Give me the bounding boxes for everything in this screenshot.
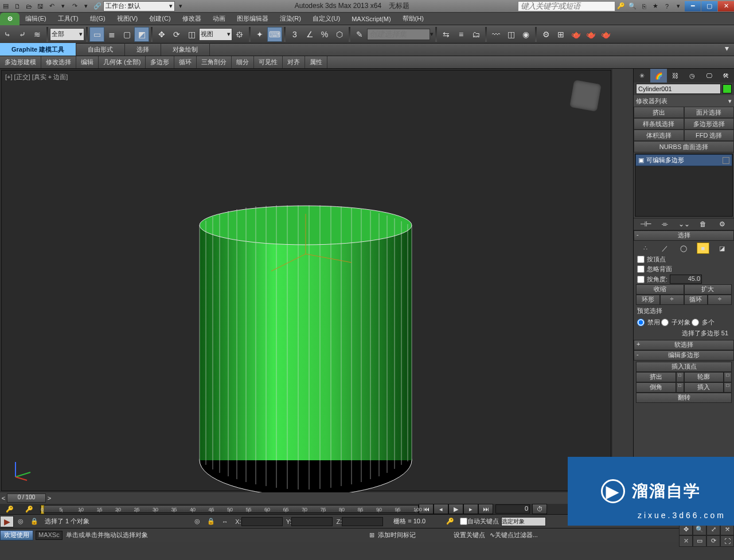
btn-shrink[interactable]: 收缩 — [636, 284, 684, 295]
keyfilter-selector[interactable]: 选定对象 — [501, 517, 546, 526]
render-frame-icon[interactable]: ⊞ — [553, 27, 568, 42]
mod-nurbssel[interactable]: NURBS 曲面选择 — [634, 141, 734, 152]
undo-icon[interactable]: ↶ — [46, 1, 57, 11]
close-button[interactable]: ✕ — [718, 1, 734, 11]
strip-edit[interactable]: 编辑 — [76, 56, 99, 68]
undo-dd-icon[interactable]: ▾ — [58, 1, 68, 11]
select-object-icon[interactable]: ▭ — [89, 27, 104, 42]
coord-y-input[interactable] — [291, 517, 333, 526]
rollout-softsel[interactable]: +软选择 — [634, 340, 734, 350]
tab-motion-icon[interactable]: ◷ — [684, 69, 701, 83]
mod-polysel[interactable]: 多边形选择 — [684, 118, 735, 130]
play-icon[interactable]: ▶ — [448, 504, 463, 514]
window-crossing-icon[interactable]: ◩ — [134, 27, 149, 42]
btn-ep-outline[interactable]: 轮廓 — [684, 372, 724, 382]
chk-ignore-back[interactable] — [637, 265, 645, 273]
so-vertex-icon[interactable]: ∴ — [639, 242, 652, 254]
menu-customize[interactable]: 自定义(U) — [307, 14, 346, 23]
favorites-icon[interactable]: ★ — [650, 1, 661, 11]
btn-ep-flip[interactable]: 翻转 — [636, 393, 732, 403]
render-setup-icon[interactable]: ⚙ — [538, 27, 553, 42]
strip-tri[interactable]: 三角剖分 — [197, 56, 232, 68]
tab-hierarchy-icon[interactable]: ⛓ — [667, 69, 684, 83]
menu-edit[interactable]: 编辑(E) — [19, 14, 52, 23]
maximize-button[interactable]: ▢ — [701, 1, 717, 11]
coord-x-input[interactable] — [241, 517, 283, 526]
new-icon[interactable]: 🗋 — [12, 1, 22, 11]
render-icon[interactable]: 🫖 — [568, 27, 583, 42]
btn-ep-inset[interactable]: 插入 — [684, 382, 724, 393]
btn-grow[interactable]: 扩大 — [684, 284, 732, 295]
menu-group[interactable]: 组(G) — [84, 14, 111, 23]
nav-maximize-icon[interactable]: ⛶ — [720, 535, 734, 547]
unlink-icon[interactable]: ⤶ — [15, 27, 30, 42]
menu-create[interactable]: 创建(C) — [143, 14, 176, 23]
so-edge-icon[interactable]: ／ — [658, 242, 671, 254]
named-sel-edit-icon[interactable]: ✎ — [352, 27, 367, 42]
make-unique-icon[interactable]: ⌄⌄ — [674, 220, 693, 228]
modifier-stack[interactable]: ▣可编辑多边形 — [635, 154, 733, 217]
manipulate-icon[interactable]: ✦ — [252, 27, 267, 42]
prev-frame-icon[interactable]: ◂ — [434, 504, 448, 514]
app-icon[interactable]: ⊝ — [0, 13, 19, 25]
tab-create-icon[interactable]: ✳ — [634, 69, 650, 83]
menu-modifiers[interactable]: 修改器 — [177, 14, 207, 23]
time-slider-button[interactable]: 0 / 100 — [7, 494, 46, 503]
tab-freeform[interactable]: 自由形式 — [76, 43, 125, 56]
viewcube[interactable] — [569, 80, 602, 112]
strip-loop[interactable]: 循环 — [174, 56, 197, 68]
trackbar-filter-icon[interactable]: 🔑 — [19, 504, 39, 514]
select-by-name-icon[interactable]: ≣ — [104, 27, 119, 42]
time-tag-label[interactable]: 添加时间标记 — [374, 531, 419, 539]
strip-geom[interactable]: 几何体 (全部) — [99, 56, 146, 68]
strip-props[interactable]: 属性 — [305, 56, 327, 68]
chk-by-vertex[interactable] — [637, 256, 645, 263]
autokey-checkbox[interactable] — [460, 518, 467, 525]
welcome-button[interactable]: 欢迎使用 — [0, 530, 33, 541]
ref-coord-dropdown[interactable]: 视图▾ — [199, 28, 232, 41]
current-frame-input[interactable]: 0 — [495, 504, 530, 514]
strip-vis[interactable]: 可见性 — [254, 56, 283, 68]
keyboard-shortcut-icon[interactable]: ⌨ — [267, 27, 282, 42]
search-icon[interactable]: 🔍 — [627, 1, 638, 11]
show-end-icon[interactable]: ⌯ — [655, 220, 674, 228]
mod-splinesel[interactable]: 样条线选择 — [634, 118, 684, 130]
save-icon[interactable]: 🖫 — [35, 1, 45, 11]
menu-maxscript[interactable]: MAXScript(M) — [346, 15, 396, 22]
menu-render[interactable]: 渲染(R) — [274, 14, 307, 23]
btn-ep-outline-opt[interactable]: □ — [724, 372, 732, 382]
mod-ffdsel[interactable]: FFD 选择 — [684, 130, 735, 141]
link-icon[interactable]: 🔗 — [92, 1, 103, 11]
help-icon[interactable]: ? — [662, 1, 672, 11]
btn-insert-vertex[interactable]: 插入顶点 — [636, 362, 732, 372]
viewport-label[interactable]: [+] [正交] [真实 + 边面] — [5, 73, 68, 81]
help-dd-icon[interactable]: ▾ — [673, 1, 684, 11]
angle-snap-icon[interactable]: ∠ — [302, 27, 317, 42]
btn-ep-bevel[interactable]: 倒角 — [636, 382, 676, 393]
named-sel-input[interactable] — [367, 29, 430, 40]
mod-patchsel[interactable]: 面片选择 — [684, 107, 735, 118]
slider-prev[interactable]: < — [0, 495, 7, 502]
open-icon[interactable]: 🗁 — [24, 1, 34, 11]
remove-mod-icon[interactable]: 🗑 — [693, 220, 712, 228]
strip-subdiv[interactable]: 细分 — [232, 56, 254, 68]
tab-graphite[interactable]: Graphite 建模工具 — [0, 43, 76, 56]
ring-spinner[interactable]: ÷ — [660, 295, 684, 305]
selection-lock-icon[interactable]: 🔒 — [28, 516, 41, 527]
align-icon[interactable]: ≡ — [454, 27, 468, 42]
offset-icon[interactable]: ↔ — [218, 516, 232, 527]
keyfilter-label[interactable]: 关键点过滤器... — [495, 531, 538, 539]
workspace-selector[interactable]: 工作台: 默认▾ — [103, 1, 175, 11]
selection-filter[interactable]: 全部▾ — [50, 28, 84, 41]
so-border-icon[interactable]: ◯ — [677, 242, 690, 254]
tab-modify-icon[interactable]: 🌈 — [650, 69, 667, 83]
configure-sets-icon[interactable]: ⚙ — [713, 220, 732, 228]
render-iter-icon[interactable]: 🫖 — [598, 27, 613, 42]
curve-editor-icon[interactable]: 〰 — [489, 27, 503, 42]
btn-ep-bevel-opt[interactable]: □ — [676, 382, 684, 393]
search-input[interactable] — [518, 1, 615, 11]
spinner-snap-icon[interactable]: ⬡ — [332, 27, 347, 42]
maxscript-mini[interactable]: MAXSc — [36, 531, 63, 540]
key-mode-icon[interactable]: 🔑 — [446, 518, 454, 525]
qa-expand-icon[interactable]: ▾ — [175, 1, 186, 11]
